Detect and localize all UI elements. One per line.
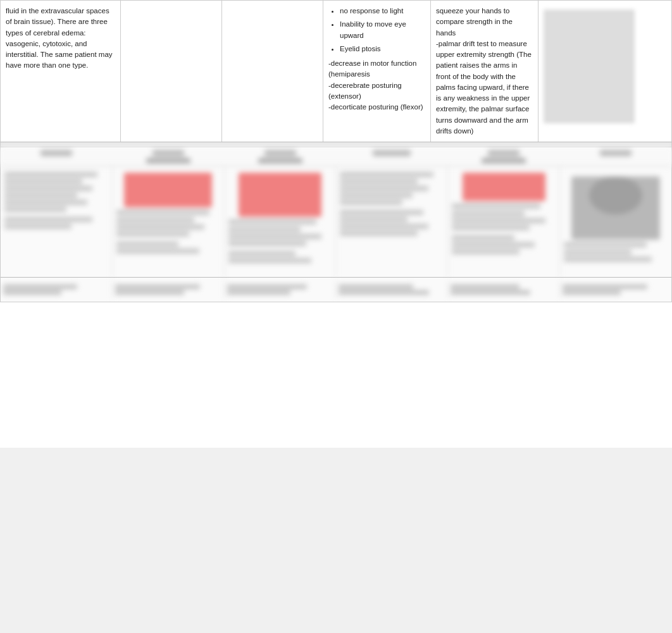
bullet-inability: Inability to move eye upward xyxy=(340,19,425,41)
bullet-no-response: no response to light xyxy=(340,6,425,16)
motor-bullet-list: no response to light Inability to move e… xyxy=(328,6,425,54)
col-cerebral-edema: fluid in the extravascular spaces of bra… xyxy=(1,1,121,142)
cerebral-edema-text: fluid in the extravascular spaces of bra… xyxy=(6,6,115,71)
blurred-image-placeholder xyxy=(544,9,635,123)
col-empty-3 xyxy=(222,1,323,142)
motor-extra-text: -decrease in motor function (hemiparesis… xyxy=(328,58,425,113)
row-separator xyxy=(1,277,671,278)
palmar-drift-text: squeeze your hands to compare strength i… xyxy=(436,6,533,137)
col-image xyxy=(538,1,640,142)
empty-bottom-area xyxy=(0,302,672,448)
col-motor-function: no response to light Inability to move e… xyxy=(323,1,431,142)
col-palmar-drift: squeeze your hands to compare strength i… xyxy=(431,1,538,142)
blurred-content-row xyxy=(1,166,671,277)
bullet-eyelid: Eyelid ptosis xyxy=(340,44,425,54)
top-table-row: fluid in the extravascular spaces of bra… xyxy=(0,0,672,142)
blurred-bottom-section xyxy=(0,142,672,302)
blurred-header-row xyxy=(1,147,671,166)
col-empty-2 xyxy=(121,1,222,142)
second-blurred-content-row xyxy=(1,278,671,302)
section-separator xyxy=(1,142,671,147)
